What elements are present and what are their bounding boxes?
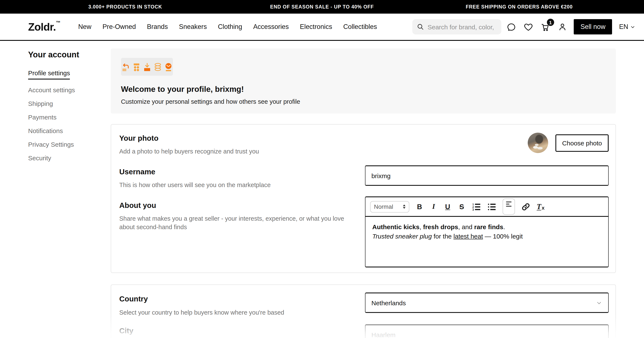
promo-message: FREE SHIPPING ON ORDERS ABOVE €200 <box>466 4 573 9</box>
nav-item-clothing[interactable]: Clothing <box>218 23 242 31</box>
sidebar-item-payments[interactable]: Payments <box>28 114 105 120</box>
format-selector[interactable]: Normal <box>370 201 409 212</box>
welcome-subtitle: Customize your personal settings and how… <box>121 98 606 105</box>
username-subtitle: This is how other users will see you on … <box>119 181 358 189</box>
about-title: About you <box>119 201 156 210</box>
header-icons: 1 <box>506 22 568 32</box>
language-switcher[interactable]: EN <box>619 23 636 31</box>
promo-bar: 3.000+ PRODUCTS IN STOCK END OF SEASON S… <box>0 0 644 14</box>
about-subtitle: Share what makes you a great seller - yo… <box>119 214 359 231</box>
welcome-title: Welcome to your profile, brixmg! <box>121 85 606 94</box>
welcome-banner: Welcome to your profile, brixmg! Customi… <box>111 48 616 114</box>
about-rich-text-editor: Normal B I U S 1 2 3 <box>365 196 609 267</box>
country-value: Netherlands <box>372 299 406 306</box>
nav-item-accessories[interactable]: Accessories <box>253 23 289 31</box>
profile-settings-card: Your photo Add a photo to help buyers re… <box>111 124 616 273</box>
main-content: Welcome to your profile, brixmg! Customi… <box>111 41 616 338</box>
bold-button[interactable]: B <box>416 201 423 212</box>
trademark-symbol: ™ <box>56 20 60 25</box>
nav-item-pre-owned[interactable]: Pre-Owned <box>102 23 136 31</box>
about-text-area[interactable]: Authentic kicks, fresh drops, and rare f… <box>366 217 608 246</box>
download-arrow-icon <box>142 62 152 71</box>
svg-text:3: 3 <box>472 208 474 211</box>
promo-message: 3.000+ PRODUCTS IN STOCK <box>88 4 162 9</box>
sidebar-item-notifications[interactable]: Notifications <box>28 128 105 134</box>
sidebar-item-account-settings[interactable]: Account settings <box>28 87 105 93</box>
chevron-down-icon <box>630 24 636 29</box>
sidebar-item-profile-settings[interactable]: Profile settings <box>28 70 105 79</box>
bullet-list-icon <box>487 202 496 211</box>
underline-button[interactable]: U <box>444 201 452 212</box>
updown-arrows-icon <box>403 204 406 209</box>
ordered-list-icon: 1 2 3 <box>472 202 481 211</box>
choose-photo-button[interactable]: Choose photo <box>556 134 609 152</box>
account-sidebar: Your account Profile settings Account se… <box>28 50 105 168</box>
cart-button[interactable]: 1 <box>540 22 551 32</box>
about-line-2: Trusted sneaker plug for the latest heat… <box>372 231 602 241</box>
nav-item-sneakers[interactable]: Sneakers <box>179 23 207 31</box>
search-box[interactable] <box>412 19 501 34</box>
username-input[interactable] <box>365 166 609 186</box>
italic-button[interactable]: I <box>430 201 438 212</box>
page: 3.000+ PRODUCTS IN STOCK END OF SEASON S… <box>0 0 644 338</box>
ordered-list-button[interactable]: 1 2 3 <box>472 201 481 212</box>
spiral-coil-icon <box>153 62 162 71</box>
city-input[interactable] <box>365 324 609 338</box>
return-arrow-icon <box>121 62 130 71</box>
wishlist-heart-icon <box>524 22 534 32</box>
country-subtitle: Select your country to help buyers know … <box>119 308 358 317</box>
search-icon <box>416 23 424 31</box>
account-button[interactable] <box>558 22 568 32</box>
nav-item-new[interactable]: New <box>78 23 91 31</box>
align-icon <box>506 201 512 202</box>
country-select[interactable]: Netherlands <box>365 293 609 313</box>
chat-button[interactable] <box>506 22 517 32</box>
bullet-list-button[interactable] <box>487 201 496 212</box>
clear-format-button[interactable]: Tx <box>537 201 544 212</box>
profile-avatar[interactable] <box>528 133 548 153</box>
sidebar-item-security[interactable]: Security <box>28 155 105 161</box>
city-title: City <box>119 327 133 336</box>
brand-logo[interactable]: Zoldr.™ <box>28 21 60 33</box>
chevron-down-icon <box>596 300 602 306</box>
nav-item-electronics[interactable]: Electronics <box>300 23 332 31</box>
align-button[interactable] <box>502 198 515 215</box>
strikethrough-button[interactable]: S <box>458 201 466 212</box>
promo-message: END OF SEASON SALE - UP TO 40% OFF <box>270 4 374 9</box>
username-title: Username <box>119 168 155 176</box>
main-nav: New Pre-Owned Brands Sneakers Clothing A… <box>78 23 377 31</box>
header: Zoldr.™ New Pre-Owned Brands Sneakers Cl… <box>0 14 644 41</box>
smiley-ball-icon <box>164 62 173 71</box>
link-icon <box>521 202 530 211</box>
nav-item-brands[interactable]: Brands <box>147 23 168 31</box>
photo-section-title: Your photo <box>119 134 158 143</box>
location-settings-card: Country Select your country to help buye… <box>111 284 616 338</box>
editor-toolbar: Normal B I U S 1 2 3 <box>366 197 608 217</box>
chat-icon <box>507 22 516 32</box>
decorative-icon-strip <box>121 58 173 76</box>
sidebar-title: Your account <box>28 50 105 59</box>
about-line-1: Authentic kicks, fresh drops, and rare f… <box>372 222 602 231</box>
nav-item-collectibles[interactable]: Collectibles <box>343 23 377 31</box>
sidebar-item-privacy-settings[interactable]: Privacy Settings <box>28 141 105 148</box>
language-label: EN <box>619 23 628 31</box>
link-button[interactable] <box>521 201 530 212</box>
search-input[interactable] <box>428 23 496 30</box>
sidebar-item-shipping[interactable]: Shipping <box>28 100 105 107</box>
sell-now-button[interactable]: Sell now <box>574 19 612 34</box>
photo-section-subtitle: Add a photo to help buyers recognize and… <box>119 147 358 156</box>
abacus-shapes-icon <box>132 62 141 71</box>
wishlist-button[interactable] <box>524 22 534 32</box>
account-icon <box>558 22 568 32</box>
country-title: Country <box>119 295 148 304</box>
cart-badge: 1 <box>547 19 554 26</box>
